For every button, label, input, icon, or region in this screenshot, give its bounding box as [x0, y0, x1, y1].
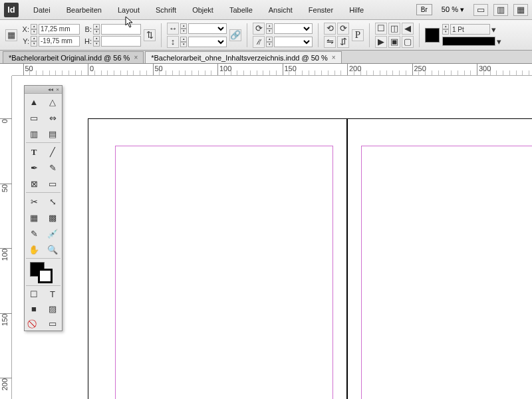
- arrange-icon[interactable]: ▥: [493, 4, 508, 16]
- flip-h-icon[interactable]: ⇋: [324, 36, 336, 48]
- workspace-icon[interactable]: ▦: [513, 4, 528, 16]
- stroke-style-drop[interactable]: [442, 37, 495, 46]
- page-right[interactable]: [347, 118, 532, 399]
- shear-spinner[interactable]: ▴▾: [266, 37, 273, 47]
- select-prev-icon[interactable]: ◀: [402, 23, 414, 35]
- rotate-ccw-icon[interactable]: ⟲: [324, 23, 336, 35]
- tool-panel-header[interactable]: ◂◂×: [25, 86, 62, 94]
- direct-selection-tool[interactable]: △: [43, 94, 62, 110]
- screen-mode-icon[interactable]: ▭: [473, 4, 488, 16]
- gap-tool[interactable]: ⇔: [43, 110, 62, 126]
- scissors-tool[interactable]: ✂: [25, 194, 43, 209]
- h-field[interactable]: [101, 36, 141, 47]
- note-tool[interactable]: ✎: [25, 225, 43, 241]
- menu-file[interactable]: Datei: [27, 3, 57, 17]
- horizontal-ruler[interactable]: 50050100150200250300: [12, 64, 532, 76]
- line-tool[interactable]: ╱: [43, 144, 62, 160]
- pencil-tool[interactable]: ✎: [43, 160, 62, 176]
- menu-bar: Id Datei Bearbeiten Layout Schrift Objek…: [0, 0, 532, 20]
- page-tool[interactable]: ▭: [25, 110, 43, 126]
- selection-tool[interactable]: ▲: [25, 94, 43, 110]
- scale-x-spinner[interactable]: ▴▾: [180, 23, 187, 34]
- x-label: X:: [20, 25, 29, 33]
- scale-y-icon[interactable]: ↕: [167, 36, 179, 48]
- rectangle-tool[interactable]: ▭: [43, 176, 62, 192]
- pen-tool[interactable]: ✒: [25, 160, 43, 176]
- y-field[interactable]: -19,75 mm: [39, 36, 80, 47]
- collapse-icon[interactable]: ◂◂: [48, 86, 53, 92]
- apply-none-icon[interactable]: ⃠: [25, 316, 43, 331]
- center-content-icon[interactable]: ▢: [402, 36, 414, 48]
- x-spinner[interactable]: ▴▾: [31, 24, 37, 35]
- control-bar: ▦ X: ▴▾ 17,25 mm Y: ▴▾ -19,75 mm B: ▴▾ H…: [0, 20, 532, 51]
- bridge-button[interactable]: Br: [416, 4, 432, 15]
- constrain-icon[interactable]: ⇅: [144, 29, 156, 41]
- menu-object[interactable]: Objekt: [186, 3, 220, 17]
- rectangle-frame-tool[interactable]: ⊠: [25, 176, 43, 192]
- menu-table[interactable]: Tabelle: [223, 3, 259, 17]
- gradient-feather-tool[interactable]: ▩: [43, 209, 62, 225]
- stroke-weight-field[interactable]: 1 Pt: [450, 24, 490, 35]
- format-text-icon[interactable]: T: [43, 287, 62, 301]
- view-mode-icon[interactable]: ▭: [43, 316, 62, 331]
- menu-layout[interactable]: Layout: [111, 3, 146, 17]
- type-tool[interactable]: T: [25, 144, 43, 160]
- rotate-spinner[interactable]: ▴▾: [266, 23, 273, 34]
- reference-point-icon[interactable]: ▦: [5, 29, 17, 41]
- x-field[interactable]: 17,25 mm: [39, 24, 80, 35]
- stroke-spinner[interactable]: ▴▾: [442, 24, 449, 35]
- menu-window[interactable]: Fenster: [302, 3, 340, 17]
- scale-y-spinner[interactable]: ▴▾: [180, 37, 187, 47]
- p-icon[interactable]: P: [352, 29, 364, 41]
- scale-x-icon[interactable]: ↔: [167, 23, 179, 35]
- content-collector-tool[interactable]: ▥: [25, 126, 43, 142]
- rotate-icon[interactable]: ⟳: [253, 23, 265, 35]
- stroke-color-swatch[interactable]: [38, 269, 53, 283]
- select-content-icon[interactable]: ◫: [388, 23, 400, 35]
- menu-type[interactable]: Schrift: [149, 3, 183, 17]
- document-tab-strip: *Bachelorarbeit Original.indd @ 56 % × *…: [0, 51, 532, 64]
- shear-icon[interactable]: ⫽: [253, 36, 265, 48]
- free-transform-tool[interactable]: ⤡: [43, 194, 62, 209]
- apply-color-icon[interactable]: ■: [25, 301, 43, 316]
- w-field[interactable]: [101, 24, 141, 35]
- shear-drop[interactable]: [274, 37, 313, 47]
- close-tab-icon[interactable]: ×: [332, 54, 336, 61]
- format-container-icon[interactable]: ☐: [25, 287, 43, 301]
- zoom-tool[interactable]: 🔍: [43, 241, 62, 257]
- menu-help[interactable]: Hilfe: [342, 3, 370, 17]
- scale-y-drop[interactable]: [188, 37, 227, 47]
- menu-edit[interactable]: Bearbeiten: [60, 3, 108, 17]
- y-spinner[interactable]: ▴▾: [31, 36, 37, 47]
- document-tab[interactable]: *Bachelorarbeit Original.indd @ 56 % ×: [3, 51, 144, 63]
- h-spinner[interactable]: ▴▾: [93, 36, 100, 47]
- vertical-ruler[interactable]: 050100150200: [0, 76, 12, 399]
- close-icon[interactable]: ×: [56, 86, 59, 92]
- fit-content-icon[interactable]: ▣: [388, 36, 400, 48]
- content-placer-tool[interactable]: ▤: [43, 126, 62, 142]
- flip-v-icon[interactable]: ⇵: [337, 36, 349, 48]
- fill-swatch[interactable]: [425, 28, 440, 43]
- rotate-drop[interactable]: [274, 23, 313, 34]
- eyedropper-tool[interactable]: 💉: [43, 225, 62, 241]
- constrain-scale-icon[interactable]: 🔗: [229, 29, 241, 41]
- zoom-level-dropdown[interactable]: 50 % ▾: [438, 4, 468, 15]
- menu-view[interactable]: Ansicht: [262, 3, 299, 17]
- document-tab[interactable]: *Bachelorarbeit_ohne_Inhaltsverzeichnis.…: [145, 51, 341, 63]
- app-logo: Id: [4, 3, 19, 17]
- stroke-style-drop-icon[interactable]: ▾: [497, 37, 501, 46]
- rotate-cw-icon[interactable]: ⟳: [337, 23, 349, 35]
- gradient-swatch-tool[interactable]: ▦: [25, 209, 43, 225]
- apply-gradient-icon[interactable]: ▨: [43, 301, 62, 316]
- hand-tool[interactable]: ✋: [25, 241, 43, 257]
- w-spinner[interactable]: ▴▾: [93, 24, 100, 35]
- page-left[interactable]: [88, 118, 347, 399]
- close-tab-icon[interactable]: ×: [134, 54, 138, 61]
- margin-guide: [361, 146, 532, 399]
- fill-stroke-swatches[interactable]: [25, 259, 62, 285]
- select-next-icon[interactable]: ▶: [375, 36, 387, 48]
- stroke-drop-icon[interactable]: ▾: [491, 25, 496, 34]
- canvas-area[interactable]: [12, 76, 532, 399]
- scale-x-drop[interactable]: [188, 23, 227, 34]
- select-container-icon[interactable]: ☐: [375, 23, 387, 35]
